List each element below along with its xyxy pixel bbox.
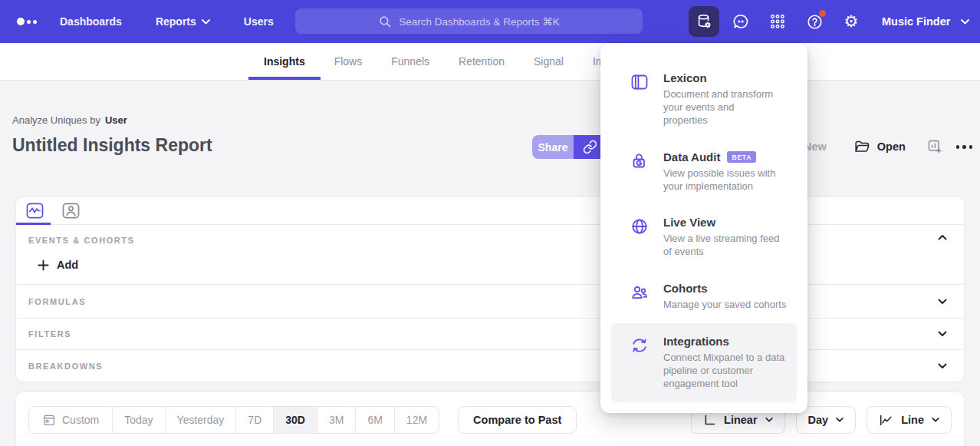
- menu-item-integrations[interactable]: Integrations Connect Mixpanel to a data …: [611, 323, 797, 402]
- chevron-down-icon: [836, 418, 844, 422]
- formulas-section[interactable]: FORMULAS: [16, 285, 964, 319]
- menu-item-title: Lexicon: [663, 71, 780, 84]
- tab-funnels[interactable]: Funnels: [391, 43, 429, 80]
- menu-item-lexicon[interactable]: Lexicon Document and transform your even…: [611, 60, 797, 139]
- menu-item-cohorts[interactable]: Cohorts Manage your saved cohorts: [611, 270, 797, 323]
- tab-insights[interactable]: Insights: [264, 43, 305, 80]
- report-actions: New Open: [804, 139, 974, 155]
- notification-dot: [819, 10, 826, 17]
- settings-gear-icon[interactable]: ⚙: [842, 12, 860, 31]
- chart-toolbar-card: Custom Today Yesterday 7D 30D 3M 6M 12M …: [15, 391, 965, 446]
- breakdowns-label: BREAKDOWNS: [28, 362, 103, 371]
- menu-item-desc: View a live streaming feed of events: [663, 233, 789, 259]
- share-button-group: Share: [532, 135, 606, 159]
- search-placeholder: Search Dashboards & Reports ⌘K: [399, 15, 559, 28]
- live-view-icon: [630, 217, 649, 236]
- cohorts-icon: [630, 283, 649, 302]
- chevron-down-icon: [202, 19, 210, 25]
- menu-item-desc: Manage your saved cohorts: [663, 299, 786, 312]
- chevron-down-icon: [961, 19, 969, 25]
- range-today[interactable]: Today: [112, 407, 164, 433]
- share-button[interactable]: Share: [532, 135, 574, 159]
- app-window: Dashboards Reports Users Search Dashboar…: [0, 0, 980, 446]
- filters-section[interactable]: FILTERS: [16, 319, 964, 350]
- menu-item-desc: Connect Mixpanel to a data pipeline or c…: [663, 352, 789, 391]
- chevron-down-icon: [765, 418, 773, 422]
- open-label: Open: [877, 140, 906, 153]
- open-report-button[interactable]: Open: [854, 140, 906, 154]
- analyze-uniques-label: Analyze Uniques byUser: [12, 114, 127, 126]
- search-icon: [378, 15, 392, 28]
- beta-badge: BETA: [727, 151, 756, 163]
- collapse-section-icon[interactable]: [938, 234, 947, 240]
- menu-item-title: Data Audit BETA: [663, 150, 789, 164]
- analysis-entity[interactable]: User: [105, 114, 127, 126]
- folder-icon: [854, 140, 870, 154]
- metrics-view-tab-icon[interactable]: [26, 203, 44, 219]
- menu-item-desc: View possible issues with your implement…: [663, 167, 789, 193]
- events-cohorts-label: EVENTS & COHORTS: [28, 236, 135, 245]
- data-management-icon[interactable]: [689, 6, 719, 37]
- line-chart-icon: [879, 414, 893, 427]
- compare-to-past-button[interactable]: Compare to Past: [458, 406, 577, 434]
- query-builder-card: EVENTS & COHORTS Add FORMULAS FILTERS BR…: [15, 197, 965, 382]
- breakdowns-section[interactable]: BREAKDOWNS: [16, 350, 964, 382]
- formulas-label: FORMULAS: [28, 297, 86, 306]
- tab-retention[interactable]: Retention: [459, 43, 505, 80]
- menu-item-title: Live View: [663, 216, 789, 229]
- primary-nav: Dashboards Reports Users: [60, 0, 274, 43]
- menu-item-live-view[interactable]: Live View View a live streaming feed of …: [611, 204, 797, 270]
- filters-label: FILTERS: [28, 329, 71, 339]
- help-icon[interactable]: [805, 12, 824, 31]
- range-custom[interactable]: Custom: [29, 407, 112, 433]
- expand-section-icon[interactable]: [938, 363, 947, 369]
- chevron-down-icon: [932, 418, 939, 422]
- add-event-button[interactable]: Add: [38, 259, 78, 271]
- range-7d[interactable]: 7D: [235, 407, 273, 433]
- chart-type-dropdown[interactable]: Line: [867, 406, 952, 434]
- range-6m[interactable]: 6M: [355, 407, 393, 433]
- data-audit-icon: [630, 152, 649, 170]
- more-options-icon[interactable]: [955, 139, 975, 155]
- axis-icon: [703, 414, 716, 427]
- nav-dashboards[interactable]: Dashboards: [60, 15, 122, 28]
- add-label: Add: [57, 259, 78, 271]
- report-tabbar: Insights Flows Funnels Retention Signal …: [0, 43, 980, 81]
- nav-users[interactable]: Users: [244, 15, 274, 28]
- range-12m[interactable]: 12M: [394, 407, 439, 433]
- lexicon-icon: [630, 73, 649, 91]
- menu-item-title: Cohorts: [663, 282, 786, 295]
- nav-reports[interactable]: Reports: [156, 15, 210, 28]
- report-title[interactable]: Untitled Insights Report: [12, 135, 212, 156]
- apps-grid-icon[interactable]: [768, 12, 787, 31]
- mixpanel-logo-icon[interactable]: [17, 0, 37, 43]
- menu-item-data-audit[interactable]: Data Audit BETA View possible issues wit…: [611, 139, 797, 205]
- menu-item-desc: Document and transform your events and p…: [663, 88, 780, 127]
- add-to-board-icon[interactable]: [927, 139, 942, 154]
- project-switcher[interactable]: Music Finder: [882, 0, 969, 43]
- link-icon: [583, 140, 597, 154]
- top-nav: Dashboards Reports Users Search Dashboar…: [0, 0, 980, 43]
- builder-view-tabs: [16, 197, 964, 225]
- expand-section-icon[interactable]: [938, 299, 947, 305]
- events-cohorts-section: EVENTS & COHORTS Add: [16, 225, 964, 285]
- date-range-control: Custom Today Yesterday 7D 30D 3M 6M 12M: [28, 406, 439, 434]
- data-management-menu: Lexicon Document and transform your even…: [600, 43, 807, 413]
- active-tab-underline: [248, 77, 321, 80]
- menu-item-title: Integrations: [663, 335, 789, 348]
- nav-reports-label: Reports: [156, 15, 196, 28]
- range-yesterday[interactable]: Yesterday: [165, 407, 236, 433]
- plus-icon: [38, 259, 49, 271]
- messages-icon[interactable]: [732, 12, 750, 31]
- range-3m[interactable]: 3M: [317, 407, 355, 433]
- search-input[interactable]: Search Dashboards & Reports ⌘K: [295, 8, 643, 34]
- range-30d[interactable]: 30D: [273, 407, 317, 433]
- profiles-view-tab-icon[interactable]: [62, 203, 80, 219]
- expand-section-icon[interactable]: [938, 331, 947, 337]
- integrations-icon: [630, 336, 649, 355]
- calendar-icon: [42, 413, 56, 427]
- project-name: Music Finder: [882, 15, 950, 28]
- tab-signal[interactable]: Signal: [534, 43, 564, 80]
- tab-flows[interactable]: Flows: [334, 43, 363, 80]
